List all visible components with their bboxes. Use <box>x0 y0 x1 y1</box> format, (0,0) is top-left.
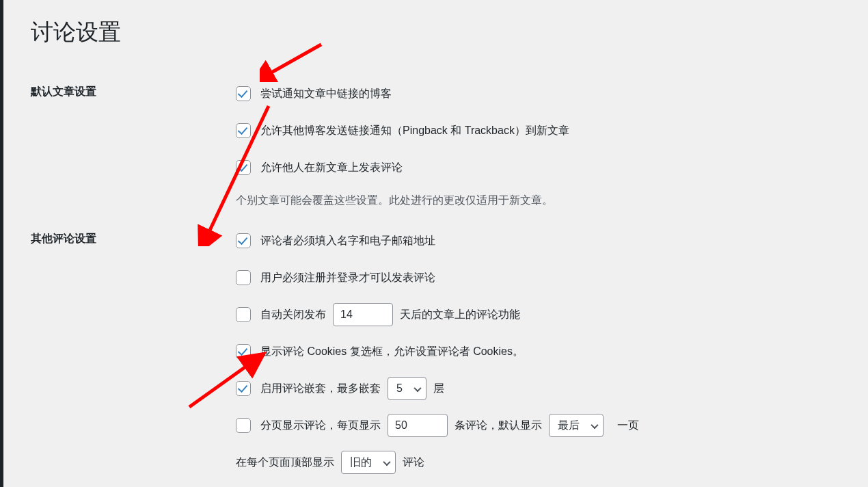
select-default-page[interactable]: 最后 <box>549 414 603 437</box>
checkbox-thread-comments[interactable] <box>236 381 251 396</box>
label-order-suffix: 评论 <box>403 456 424 470</box>
label-require-name-email[interactable]: 评论者必须填入名字和电子邮箱地址 <box>260 234 435 248</box>
checkbox-attempt-notify[interactable] <box>236 86 251 101</box>
input-comments-per-page[interactable] <box>388 414 448 436</box>
checkbox-page-comments[interactable] <box>236 418 251 433</box>
checkbox-allow-pingback[interactable] <box>236 123 251 138</box>
input-close-after-days[interactable] <box>333 303 393 326</box>
label-thread-prefix[interactable]: 启用评论嵌套，最多嵌套 <box>260 382 381 396</box>
label-attempt-notify[interactable]: 尝试通知文章中链接的博客 <box>260 87 392 101</box>
label-close-after-suffix: 天后的文章上的评论功能 <box>400 308 520 322</box>
label-require-login[interactable]: 用户必须注册并登录才可以发表评论 <box>260 271 435 285</box>
section-default-article: 默认文章设置 尝试通知文章中链接的博客 允许其他博客发送链接通知（Pingbac… <box>31 71 841 218</box>
checkbox-require-login[interactable] <box>236 270 251 285</box>
label-thread-suffix: 层 <box>433 382 444 396</box>
checkbox-allow-comments[interactable] <box>236 160 251 175</box>
select-thread-depth[interactable]: 5 <box>388 377 426 400</box>
page-title: 讨论设置 <box>31 0 841 55</box>
settings-form: 默认文章设置 尝试通知文章中链接的博客 允许其他博客发送链接通知（Pingbac… <box>31 71 841 485</box>
label-allow-pingback[interactable]: 允许其他博客发送链接通知（Pingback 和 Trackback）到新文章 <box>260 124 569 138</box>
label-order-prefix: 在每个页面顶部显示 <box>236 456 334 470</box>
label-page-middle: 条评论，默认显示 <box>455 419 542 433</box>
label-page-suffix: 一页 <box>617 419 639 433</box>
section-heading-other-comments: 其他评论设置 <box>31 218 229 485</box>
label-page-prefix[interactable]: 分页显示评论，每页显示 <box>260 419 381 433</box>
checkbox-show-cookies[interactable] <box>236 344 251 359</box>
checkbox-close-after[interactable] <box>236 307 251 322</box>
checkbox-require-name-email[interactable] <box>236 233 251 248</box>
note-default-article: 个别文章可能会覆盖这些设置。此处进行的更改仅适用于新文章。 <box>236 194 834 208</box>
label-close-after-prefix[interactable]: 自动关闭发布 <box>260 308 326 322</box>
label-show-cookies[interactable]: 显示评论 Cookies 复选框，允许设置评论者 Cookies。 <box>260 345 524 359</box>
section-other-comments: 其他评论设置 评论者必须填入名字和电子邮箱地址 用户必须注册并登录才可以发表评论… <box>31 218 841 485</box>
section-heading-default-article: 默认文章设置 <box>31 71 229 218</box>
select-comment-order[interactable]: 旧的 <box>341 451 396 474</box>
label-allow-comments[interactable]: 允许他人在新文章上发表评论 <box>260 161 403 175</box>
